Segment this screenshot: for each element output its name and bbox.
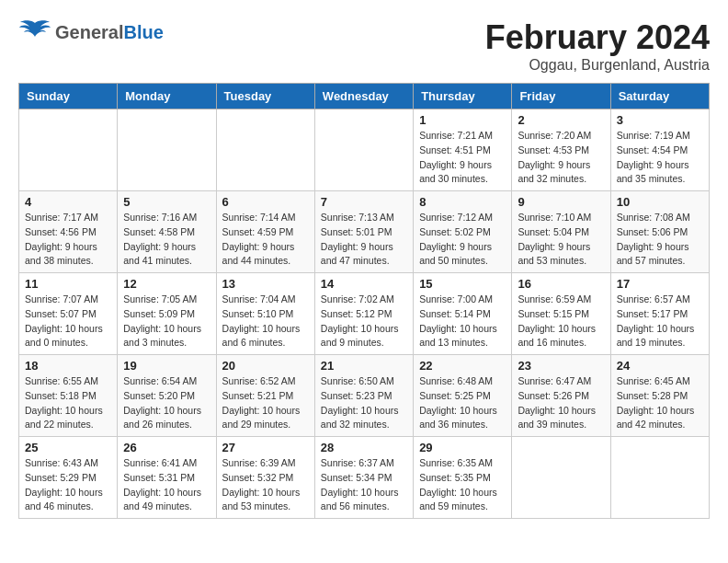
day-info: Sunrise: 7:12 AM Sunset: 5:02 PM Dayligh… — [419, 211, 506, 269]
calendar-header-row: SundayMondayTuesdayWednesdayThursdayFrid… — [19, 84, 710, 109]
calendar-day-cell: 7Sunrise: 7:13 AM Sunset: 5:01 PM Daylig… — [314, 191, 413, 273]
day-number: 11 — [25, 277, 111, 291]
day-number: 2 — [518, 113, 604, 127]
location-subtitle: Oggau, Burgenland, Austria — [485, 57, 710, 74]
logo-text: GeneralBlue — [55, 22, 164, 42]
calendar-day-cell: 3Sunrise: 7:19 AM Sunset: 4:54 PM Daylig… — [610, 109, 709, 191]
day-number: 6 — [222, 195, 309, 209]
day-of-week-header: Thursday — [414, 84, 512, 109]
day-number: 26 — [123, 441, 210, 454]
day-info: Sunrise: 6:59 AM Sunset: 5:15 PM Dayligh… — [518, 293, 604, 350]
day-number: 10 — [617, 195, 703, 209]
calendar-day-cell — [19, 109, 118, 191]
day-number: 9 — [518, 195, 604, 209]
day-info: Sunrise: 7:14 AM Sunset: 4:59 PM Dayligh… — [222, 211, 309, 269]
logo-general: General — [55, 22, 123, 42]
day-number: 28 — [321, 441, 407, 454]
day-number: 25 — [25, 441, 111, 454]
calendar-day-cell: 8Sunrise: 7:12 AM Sunset: 5:02 PM Daylig… — [414, 191, 512, 273]
day-number: 23 — [518, 359, 604, 373]
calendar-day-cell: 14Sunrise: 7:02 AM Sunset: 5:12 PM Dayli… — [314, 273, 413, 355]
calendar-day-cell: 11Sunrise: 7:07 AM Sunset: 5:07 PM Dayli… — [19, 273, 118, 355]
page-header: GeneralBlue February 2024 Oggau, Burgenl… — [18, 18, 710, 74]
day-info: Sunrise: 6:35 AM Sunset: 5:35 PM Dayligh… — [419, 456, 506, 514]
day-number: 27 — [222, 441, 309, 454]
day-number: 15 — [419, 277, 506, 291]
calendar-week-row: 4Sunrise: 7:17 AM Sunset: 4:56 PM Daylig… — [19, 191, 710, 273]
calendar-day-cell: 4Sunrise: 7:17 AM Sunset: 4:56 PM Daylig… — [19, 191, 118, 273]
logo-bird-icon — [18, 18, 51, 46]
calendar-day-cell: 13Sunrise: 7:04 AM Sunset: 5:10 PM Dayli… — [216, 273, 314, 355]
calendar-day-cell: 16Sunrise: 6:59 AM Sunset: 5:15 PM Dayli… — [512, 273, 610, 355]
calendar-day-cell: 23Sunrise: 6:47 AM Sunset: 5:26 PM Dayli… — [512, 355, 610, 437]
day-of-week-header: Monday — [118, 84, 216, 109]
day-number: 3 — [617, 113, 703, 127]
calendar-week-row: 25Sunrise: 6:43 AM Sunset: 5:29 PM Dayli… — [19, 437, 710, 519]
day-number: 19 — [123, 359, 210, 373]
calendar-day-cell: 18Sunrise: 6:55 AM Sunset: 5:18 PM Dayli… — [19, 355, 118, 437]
calendar-day-cell: 1Sunrise: 7:21 AM Sunset: 4:51 PM Daylig… — [414, 109, 512, 191]
title-block: February 2024 Oggau, Burgenland, Austria — [485, 18, 710, 74]
day-info: Sunrise: 7:19 AM Sunset: 4:54 PM Dayligh… — [617, 129, 703, 187]
day-info: Sunrise: 7:20 AM Sunset: 4:53 PM Dayligh… — [518, 129, 604, 187]
calendar-day-cell: 5Sunrise: 7:16 AM Sunset: 4:58 PM Daylig… — [118, 191, 216, 273]
day-number: 29 — [419, 441, 506, 454]
day-number: 20 — [222, 359, 309, 373]
calendar-day-cell: 25Sunrise: 6:43 AM Sunset: 5:29 PM Dayli… — [19, 437, 118, 519]
calendar-day-cell: 27Sunrise: 6:39 AM Sunset: 5:32 PM Dayli… — [216, 437, 314, 519]
day-info: Sunrise: 6:57 AM Sunset: 5:17 PM Dayligh… — [617, 293, 703, 350]
day-info: Sunrise: 7:08 AM Sunset: 5:06 PM Dayligh… — [617, 211, 703, 269]
day-number: 1 — [419, 113, 506, 127]
calendar-day-cell — [314, 109, 413, 191]
day-info: Sunrise: 7:16 AM Sunset: 4:58 PM Dayligh… — [123, 211, 210, 269]
day-info: Sunrise: 7:21 AM Sunset: 4:51 PM Dayligh… — [419, 129, 506, 187]
calendar-day-cell: 29Sunrise: 6:35 AM Sunset: 5:35 PM Dayli… — [414, 437, 512, 519]
calendar-day-cell: 28Sunrise: 6:37 AM Sunset: 5:34 PM Dayli… — [314, 437, 413, 519]
calendar-day-cell: 9Sunrise: 7:10 AM Sunset: 5:04 PM Daylig… — [512, 191, 610, 273]
calendar-day-cell — [216, 109, 314, 191]
day-info: Sunrise: 7:13 AM Sunset: 5:01 PM Dayligh… — [321, 211, 407, 269]
calendar-week-row: 1Sunrise: 7:21 AM Sunset: 4:51 PM Daylig… — [19, 109, 710, 191]
day-number: 13 — [222, 277, 309, 291]
logo-blue: Blue — [123, 22, 163, 42]
day-info: Sunrise: 6:43 AM Sunset: 5:29 PM Dayligh… — [25, 456, 111, 514]
day-info: Sunrise: 6:41 AM Sunset: 5:31 PM Dayligh… — [123, 456, 210, 514]
day-number: 16 — [518, 277, 604, 291]
day-number: 18 — [25, 359, 111, 373]
calendar-day-cell: 17Sunrise: 6:57 AM Sunset: 5:17 PM Dayli… — [610, 273, 709, 355]
calendar-day-cell: 21Sunrise: 6:50 AM Sunset: 5:23 PM Dayli… — [314, 355, 413, 437]
day-info: Sunrise: 7:10 AM Sunset: 5:04 PM Dayligh… — [518, 211, 604, 269]
month-year-title: February 2024 — [485, 18, 710, 57]
calendar-day-cell — [512, 437, 610, 519]
calendar-day-cell: 2Sunrise: 7:20 AM Sunset: 4:53 PM Daylig… — [512, 109, 610, 191]
day-of-week-header: Wednesday — [314, 84, 413, 109]
day-info: Sunrise: 7:17 AM Sunset: 4:56 PM Dayligh… — [25, 211, 111, 269]
day-number: 24 — [617, 359, 703, 373]
day-info: Sunrise: 6:54 AM Sunset: 5:20 PM Dayligh… — [123, 374, 210, 432]
calendar-week-row: 18Sunrise: 6:55 AM Sunset: 5:18 PM Dayli… — [19, 355, 710, 437]
day-info: Sunrise: 6:52 AM Sunset: 5:21 PM Dayligh… — [222, 374, 309, 432]
day-info: Sunrise: 7:07 AM Sunset: 5:07 PM Dayligh… — [25, 293, 111, 350]
calendar-day-cell: 10Sunrise: 7:08 AM Sunset: 5:06 PM Dayli… — [610, 191, 709, 273]
calendar-day-cell: 15Sunrise: 7:00 AM Sunset: 5:14 PM Dayli… — [414, 273, 512, 355]
day-number: 7 — [321, 195, 407, 209]
calendar-day-cell: 6Sunrise: 7:14 AM Sunset: 4:59 PM Daylig… — [216, 191, 314, 273]
day-info: Sunrise: 6:37 AM Sunset: 5:34 PM Dayligh… — [321, 456, 407, 514]
day-info: Sunrise: 7:05 AM Sunset: 5:09 PM Dayligh… — [123, 293, 210, 350]
calendar-day-cell: 19Sunrise: 6:54 AM Sunset: 5:20 PM Dayli… — [118, 355, 216, 437]
day-number: 12 — [123, 277, 210, 291]
day-number: 14 — [321, 277, 407, 291]
day-of-week-header: Sunday — [19, 84, 118, 109]
calendar-day-cell: 22Sunrise: 6:48 AM Sunset: 5:25 PM Dayli… — [414, 355, 512, 437]
logo: GeneralBlue — [18, 18, 164, 46]
day-of-week-header: Tuesday — [216, 84, 314, 109]
day-number: 17 — [617, 277, 703, 291]
calendar-table: SundayMondayTuesdayWednesdayThursdayFrid… — [18, 83, 710, 519]
calendar-day-cell — [610, 437, 709, 519]
day-number: 8 — [419, 195, 506, 209]
day-of-week-header: Friday — [512, 84, 610, 109]
day-info: Sunrise: 6:48 AM Sunset: 5:25 PM Dayligh… — [419, 374, 506, 432]
day-info: Sunrise: 6:45 AM Sunset: 5:28 PM Dayligh… — [617, 374, 703, 432]
day-info: Sunrise: 6:50 AM Sunset: 5:23 PM Dayligh… — [321, 374, 407, 432]
day-info: Sunrise: 6:47 AM Sunset: 5:26 PM Dayligh… — [518, 374, 604, 432]
